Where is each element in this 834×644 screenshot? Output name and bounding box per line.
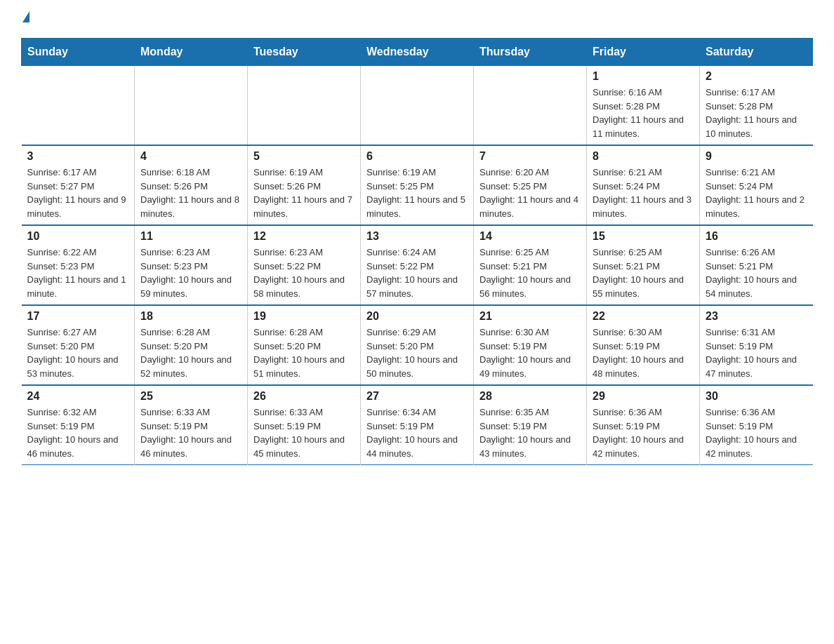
week-row-5: 24Sunrise: 6:32 AMSunset: 5:19 PMDayligh… [22, 385, 813, 465]
day-number: 2 [706, 70, 807, 83]
calendar-cell: 17Sunrise: 6:27 AMSunset: 5:20 PMDayligh… [22, 305, 135, 385]
calendar-cell: 26Sunrise: 6:33 AMSunset: 5:19 PMDayligh… [248, 385, 361, 465]
day-number: 22 [593, 310, 694, 323]
calendar-cell: 10Sunrise: 6:22 AMSunset: 5:23 PMDayligh… [22, 225, 135, 305]
calendar-cell: 19Sunrise: 6:28 AMSunset: 5:20 PMDayligh… [248, 305, 361, 385]
calendar-cell [361, 66, 474, 146]
calendar-cell [248, 66, 361, 146]
day-number: 17 [27, 310, 129, 323]
calendar-cell: 20Sunrise: 6:29 AMSunset: 5:20 PMDayligh… [361, 305, 474, 385]
day-info: Sunrise: 6:27 AMSunset: 5:20 PMDaylight:… [27, 326, 129, 380]
day-header-tuesday: Tuesday [248, 39, 361, 66]
calendar-cell: 27Sunrise: 6:34 AMSunset: 5:19 PMDayligh… [361, 385, 474, 465]
day-number: 14 [479, 230, 581, 243]
calendar-table: SundayMondayTuesdayWednesdayThursdayFrid… [21, 38, 813, 465]
calendar-cell: 15Sunrise: 6:25 AMSunset: 5:21 PMDayligh… [587, 225, 700, 305]
day-info: Sunrise: 6:24 AMSunset: 5:22 PMDaylight:… [366, 246, 468, 300]
calendar-cell: 18Sunrise: 6:28 AMSunset: 5:20 PMDayligh… [135, 305, 248, 385]
day-number: 1 [593, 70, 694, 83]
day-info: Sunrise: 6:21 AMSunset: 5:24 PMDaylight:… [706, 166, 807, 220]
day-header-friday: Friday [587, 39, 700, 66]
day-number: 7 [479, 150, 581, 163]
day-number: 24 [27, 390, 129, 403]
week-row-1: 1Sunrise: 6:16 AMSunset: 5:28 PMDaylight… [22, 66, 813, 146]
day-header-sunday: Sunday [22, 39, 135, 66]
calendar-cell: 29Sunrise: 6:36 AMSunset: 5:19 PMDayligh… [587, 385, 700, 465]
day-header-monday: Monday [135, 39, 248, 66]
calendar-cell: 30Sunrise: 6:36 AMSunset: 5:19 PMDayligh… [700, 385, 813, 465]
calendar-cell: 1Sunrise: 6:16 AMSunset: 5:28 PMDaylight… [587, 66, 700, 146]
calendar-cell: 9Sunrise: 6:21 AMSunset: 5:24 PMDaylight… [700, 145, 813, 225]
day-info: Sunrise: 6:21 AMSunset: 5:24 PMDaylight:… [593, 166, 694, 220]
days-header-row: SundayMondayTuesdayWednesdayThursdayFrid… [22, 39, 813, 66]
day-number: 28 [479, 390, 581, 403]
day-info: Sunrise: 6:25 AMSunset: 5:21 PMDaylight:… [593, 246, 694, 300]
calendar-cell: 11Sunrise: 6:23 AMSunset: 5:23 PMDayligh… [135, 225, 248, 305]
day-number: 16 [706, 230, 807, 243]
day-number: 3 [27, 150, 129, 163]
day-number: 12 [253, 230, 355, 243]
day-number: 11 [140, 230, 241, 243]
day-number: 10 [27, 230, 129, 243]
day-number: 15 [593, 230, 694, 243]
day-number: 8 [593, 150, 694, 163]
calendar-cell: 24Sunrise: 6:32 AMSunset: 5:19 PMDayligh… [22, 385, 135, 465]
day-number: 23 [706, 310, 807, 323]
day-number: 13 [366, 230, 468, 243]
day-number: 18 [140, 310, 241, 323]
day-info: Sunrise: 6:17 AMSunset: 5:27 PMDaylight:… [27, 166, 129, 220]
day-number: 25 [140, 390, 241, 403]
day-number: 26 [253, 390, 355, 403]
calendar-cell: 28Sunrise: 6:35 AMSunset: 5:19 PMDayligh… [474, 385, 587, 465]
day-info: Sunrise: 6:34 AMSunset: 5:19 PMDaylight:… [366, 405, 468, 460]
day-header-saturday: Saturday [700, 39, 813, 66]
day-info: Sunrise: 6:30 AMSunset: 5:19 PMDaylight:… [479, 326, 581, 380]
day-number: 9 [706, 150, 807, 163]
day-number: 29 [593, 390, 694, 403]
day-number: 19 [253, 310, 355, 323]
calendar-cell: 5Sunrise: 6:19 AMSunset: 5:26 PMDaylight… [248, 145, 361, 225]
day-info: Sunrise: 6:36 AMSunset: 5:19 PMDaylight:… [706, 405, 807, 460]
day-info: Sunrise: 6:28 AMSunset: 5:20 PMDaylight:… [140, 326, 241, 380]
week-row-2: 3Sunrise: 6:17 AMSunset: 5:27 PMDaylight… [22, 145, 813, 225]
day-info: Sunrise: 6:17 AMSunset: 5:28 PMDaylight:… [706, 86, 807, 140]
calendar-cell: 21Sunrise: 6:30 AMSunset: 5:19 PMDayligh… [474, 305, 587, 385]
day-info: Sunrise: 6:19 AMSunset: 5:25 PMDaylight:… [366, 166, 468, 220]
day-number: 21 [479, 310, 581, 323]
calendar-cell: 13Sunrise: 6:24 AMSunset: 5:22 PMDayligh… [361, 225, 474, 305]
day-header-wednesday: Wednesday [361, 39, 474, 66]
calendar-cell: 23Sunrise: 6:31 AMSunset: 5:19 PMDayligh… [700, 305, 813, 385]
day-info: Sunrise: 6:19 AMSunset: 5:26 PMDaylight:… [253, 166, 355, 220]
day-info: Sunrise: 6:29 AMSunset: 5:20 PMDaylight:… [366, 326, 468, 380]
calendar-cell: 6Sunrise: 6:19 AMSunset: 5:25 PMDaylight… [361, 145, 474, 225]
logo-triangle-icon [22, 11, 29, 22]
logo [21, 14, 29, 25]
day-number: 27 [366, 390, 468, 403]
calendar-cell: 3Sunrise: 6:17 AMSunset: 5:27 PMDaylight… [22, 145, 135, 225]
day-number: 5 [253, 150, 355, 163]
calendar-cell: 7Sunrise: 6:20 AMSunset: 5:25 PMDaylight… [474, 145, 587, 225]
calendar-cell: 4Sunrise: 6:18 AMSunset: 5:26 PMDaylight… [135, 145, 248, 225]
day-info: Sunrise: 6:23 AMSunset: 5:22 PMDaylight:… [253, 246, 355, 300]
day-info: Sunrise: 6:18 AMSunset: 5:26 PMDaylight:… [140, 166, 241, 220]
day-info: Sunrise: 6:30 AMSunset: 5:19 PMDaylight:… [593, 326, 694, 380]
calendar-cell: 25Sunrise: 6:33 AMSunset: 5:19 PMDayligh… [135, 385, 248, 465]
day-info: Sunrise: 6:26 AMSunset: 5:21 PMDaylight:… [706, 246, 807, 300]
day-info: Sunrise: 6:22 AMSunset: 5:23 PMDaylight:… [27, 246, 129, 300]
day-info: Sunrise: 6:36 AMSunset: 5:19 PMDaylight:… [593, 405, 694, 460]
page-header [21, 14, 813, 25]
calendar-cell: 12Sunrise: 6:23 AMSunset: 5:22 PMDayligh… [248, 225, 361, 305]
day-number: 20 [366, 310, 468, 323]
day-info: Sunrise: 6:23 AMSunset: 5:23 PMDaylight:… [140, 246, 241, 300]
day-number: 4 [140, 150, 241, 163]
day-info: Sunrise: 6:33 AMSunset: 5:19 PMDaylight:… [140, 405, 241, 460]
week-row-3: 10Sunrise: 6:22 AMSunset: 5:23 PMDayligh… [22, 225, 813, 305]
calendar-cell: 2Sunrise: 6:17 AMSunset: 5:28 PMDaylight… [700, 66, 813, 146]
day-info: Sunrise: 6:25 AMSunset: 5:21 PMDaylight:… [479, 246, 581, 300]
calendar-cell [135, 66, 248, 146]
day-info: Sunrise: 6:32 AMSunset: 5:19 PMDaylight:… [27, 405, 129, 460]
day-info: Sunrise: 6:28 AMSunset: 5:20 PMDaylight:… [253, 326, 355, 380]
week-row-4: 17Sunrise: 6:27 AMSunset: 5:20 PMDayligh… [22, 305, 813, 385]
calendar-cell [22, 66, 135, 146]
day-info: Sunrise: 6:33 AMSunset: 5:19 PMDaylight:… [253, 405, 355, 460]
